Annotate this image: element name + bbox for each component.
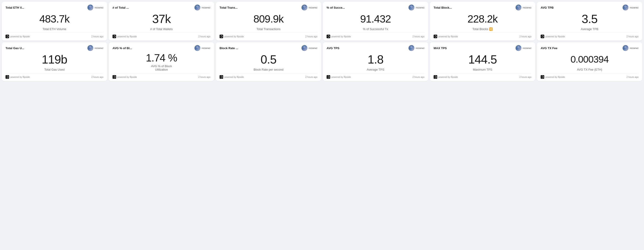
card-value-container: 119b: [6, 52, 104, 67]
flipside-logo: [220, 35, 223, 38]
metric-card-card-8[interactable]: AVG % of Bl... rezarwz 1.74 % AVG % of B…: [109, 42, 214, 81]
avatar: [516, 45, 522, 51]
card-author: rezarwz: [622, 45, 638, 51]
author-name: rezarwz: [522, 6, 532, 9]
metric-card-card-4[interactable]: % of Succe... rezarwz 91.432 % of Succes…: [323, 2, 428, 40]
avatar: [516, 4, 522, 10]
card-value-container: 228.2k: [434, 11, 532, 26]
avatar: [88, 4, 93, 10]
powered-by: powered by flipside: [6, 75, 30, 79]
powered-by: powered by flipside: [112, 75, 137, 79]
card-author: rezarwz: [88, 4, 104, 10]
metric-value: 1.8: [368, 53, 384, 65]
metric-card-card-7[interactable]: Total Gas U... rezarwz 119b Total Gas Us…: [2, 42, 107, 81]
metric-card-card-5[interactable]: Total Block... rezarwz 228.2k Total Bloc…: [430, 2, 535, 40]
powered-by-text: powered by flipside: [438, 35, 458, 38]
powered-by-text: powered by flipside: [10, 76, 30, 78]
card-author: rezarwz: [194, 4, 210, 10]
author-name: rezarwz: [308, 6, 318, 9]
metric-label: Total Gas Used: [6, 68, 104, 71]
time-ago: 2 hours ago: [198, 35, 210, 38]
flipside-logo: [112, 75, 116, 79]
card-header: MAX TPS rezarwz: [434, 45, 532, 51]
card-author: rezarwz: [408, 45, 424, 51]
card-header: % of Succe... rezarwz: [326, 4, 424, 10]
powered-by: powered by flipside: [434, 35, 458, 38]
metric-value: 144.5: [468, 53, 497, 65]
card-header: Total Block... rezarwz: [434, 4, 532, 10]
metric-value: 91.432: [360, 14, 391, 24]
flipside-logo: [6, 35, 9, 38]
powered-by-text: powered by flipside: [224, 35, 244, 38]
card-title: # of Total ...: [112, 6, 129, 9]
time-ago: 2 hours ago: [91, 76, 104, 78]
svg-rect-23: [114, 76, 114, 78]
metric-value: 483.7k: [39, 14, 69, 24]
card-value-container: 1.8: [326, 52, 424, 67]
card-title: % of Succe...: [326, 6, 345, 9]
time-ago: 2 hours ago: [520, 35, 532, 38]
card-title: Total Block...: [434, 6, 452, 9]
author-name: rezarwz: [202, 6, 210, 9]
time-ago: 2 hours ago: [91, 35, 104, 38]
metrics-grid: Total ETH V... rezarwz 483.7k Total ETH …: [2, 2, 642, 81]
card-header: AVG TX Fee rezarwz: [540, 45, 638, 51]
svg-rect-11: [328, 35, 328, 37]
powered-by-text: powered by flipside: [117, 76, 137, 78]
powered-by-text: powered by flipside: [10, 35, 30, 38]
flipside-logo: [6, 75, 9, 79]
metric-value: 37k: [152, 13, 171, 25]
svg-rect-32: [434, 76, 436, 78]
metric-card-card-12[interactable]: AVG TX Fee rezarwz 0.000394 AVG TX Fee (…: [537, 42, 642, 81]
card-value-container: 3.5: [540, 11, 638, 26]
card-footer: powered by flipside 2 hours ago: [112, 73, 210, 79]
card-header: AVG TPS rezarwz: [326, 45, 424, 51]
metric-card-card-11[interactable]: MAX TPS rezarwz 144.5 Maximum TPS powere…: [430, 42, 535, 81]
time-ago: 2 hours ago: [305, 35, 318, 38]
card-author: rezarwz: [194, 45, 210, 51]
metric-card-card-9[interactable]: Block Rate ... rezarwz 0.5 Block Rate pe…: [216, 42, 321, 81]
time-ago: 2 hours ago: [305, 76, 318, 78]
metric-label: Total Blocks 🔀: [434, 27, 532, 31]
time-ago: 2 hours ago: [198, 76, 210, 78]
card-value-container: 37k: [112, 11, 210, 26]
metric-label: Block Rate per second: [220, 68, 318, 71]
author-name: rezarwz: [630, 47, 638, 49]
card-value-container: 0.5: [220, 52, 318, 67]
flipside-logo: [540, 35, 544, 38]
metric-card-card-3[interactable]: Total Trans... rezarwz 809.9k Total Tran…: [216, 2, 321, 40]
card-value-container: 91.432: [326, 11, 424, 26]
time-ago: 2 hours ago: [626, 35, 638, 38]
avatar: [408, 4, 414, 10]
metric-label: Maximum TPS: [434, 68, 532, 71]
metric-card-card-10[interactable]: AVG TPS rezarwz 1.8 Average TPS powered …: [323, 42, 428, 81]
svg-rect-26: [220, 76, 221, 78]
card-title: AVG % of Bl...: [112, 46, 132, 50]
time-ago: 2 hours ago: [626, 76, 638, 78]
flipside-logo: [434, 75, 437, 79]
metric-card-card-6[interactable]: AVG TPB rezarwz 3.5 Average TPB powered …: [537, 2, 642, 40]
metric-label: AVG TX Fee (ETH): [540, 68, 638, 71]
time-ago: 2 hours ago: [412, 35, 424, 38]
metric-label: Average TPB: [540, 27, 638, 31]
card-footer: powered by flipside 2 hours ago: [326, 32, 424, 38]
powered-by: powered by flipside: [326, 35, 351, 38]
card-title: AVG TX Fee: [540, 46, 557, 50]
card-title: Total Trans...: [220, 6, 238, 9]
card-value-container: 809.9k: [220, 11, 318, 26]
card-author: rezarwz: [516, 4, 532, 10]
metric-card-card-2[interactable]: # of Total ... rezarwz 37k # of Total Wa…: [109, 2, 214, 40]
metric-card-card-1[interactable]: Total ETH V... rezarwz 483.7k Total ETH …: [2, 2, 107, 40]
avatar: [194, 4, 200, 10]
card-author: rezarwz: [408, 4, 424, 10]
metric-label: Average TPS: [326, 68, 424, 71]
time-ago: 2 hours ago: [412, 76, 424, 78]
metric-label: Total Transactions: [220, 27, 318, 31]
metric-value: 119b: [42, 53, 67, 65]
author-name: rezarwz: [416, 47, 424, 49]
card-header: Block Rate ... rezarwz: [220, 45, 318, 51]
metric-label: % of Successful Tx: [326, 27, 424, 31]
svg-rect-8: [220, 35, 221, 37]
flipside-logo: [434, 35, 437, 38]
powered-by-text: powered by flipside: [546, 76, 565, 78]
